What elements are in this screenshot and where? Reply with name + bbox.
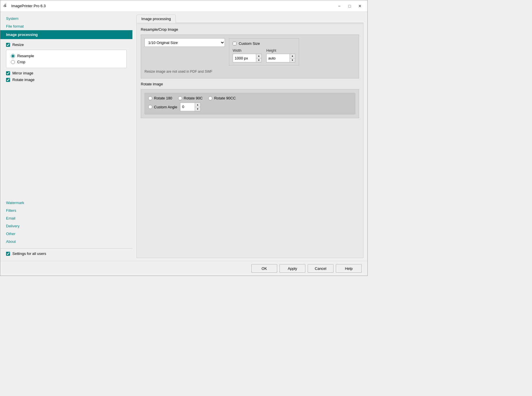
mirror-row: Mirror image <box>0 70 132 76</box>
cancel-button[interactable]: Cancel <box>308 264 334 273</box>
title-bar-left: 🖨 ImagePrinter Pro 6.3 <box>3 3 46 9</box>
title-bar: 🖨 ImagePrinter Pro 6.3 − □ ✕ <box>0 0 367 12</box>
resample-controls-row: 1/10 Original Size 1/8 Original Size 1/4… <box>144 38 355 66</box>
tab-image-processing[interactable]: Image processing <box>136 15 176 23</box>
width-field-group: Width ▲ ▼ <box>233 49 262 62</box>
width-up-button[interactable]: ▲ <box>256 54 261 58</box>
sidebar-item-watermark[interactable]: Watermark <box>0 199 132 207</box>
settings-checkbox[interactable] <box>6 252 10 256</box>
custom-size-box: Custom Size Width ▲ <box>229 38 299 66</box>
resample-crop-inner: 1/10 Original Size 1/8 Original Size 1/4… <box>141 34 359 78</box>
width-spinner: ▲ ▼ <box>233 54 262 62</box>
height-spin-buttons: ▲ ▼ <box>290 54 295 62</box>
resample-row: Resample <box>11 53 122 59</box>
custom-size-label: Custom Size <box>239 41 260 46</box>
rotate90cc-radio[interactable] <box>208 96 212 100</box>
settings-label: Settings for all users <box>12 251 46 256</box>
sidebar-item-other[interactable]: Other <box>0 230 132 238</box>
custom-angle-input[interactable] <box>180 103 195 110</box>
rotate90cc-label: Rotate 90CC <box>214 96 236 100</box>
custom-size-fields: Width ▲ ▼ <box>233 49 295 62</box>
window-controls: − □ ✕ <box>335 2 365 10</box>
height-input[interactable] <box>267 54 290 62</box>
sidebar-item-file-format[interactable]: File format <box>0 22 132 30</box>
close-button[interactable]: ✕ <box>355 2 365 10</box>
ok-button[interactable]: OK <box>251 264 277 273</box>
window-title: ImagePrinter Pro 6.3 <box>11 4 46 8</box>
sidebar: System File format Image processing Resi… <box>0 12 132 261</box>
custom-angle-option: Custom Angle <box>148 105 177 109</box>
sidebar-item-system[interactable]: System <box>0 15 132 22</box>
info-text: Resize image are not used in PDF and SWF <box>144 68 355 75</box>
width-spin-buttons: ▲ ▼ <box>256 54 261 62</box>
crop-radio[interactable] <box>11 60 15 64</box>
custom-angle-radio[interactable] <box>148 105 152 109</box>
height-label: Height <box>266 49 295 53</box>
rotate-label: Rotate image <box>12 78 34 82</box>
minimize-button[interactable]: − <box>335 2 344 10</box>
sidebar-item-delivery[interactable]: Delivery <box>0 222 132 230</box>
size-dropdown[interactable]: 1/10 Original Size 1/8 Original Size 1/4… <box>144 38 225 47</box>
sidebar-item-email[interactable]: Email <box>0 214 132 222</box>
resize-row: Resize <box>0 41 132 48</box>
rotate180-radio[interactable] <box>148 96 152 100</box>
resample-label: Resample <box>17 54 34 58</box>
main-window: 🖨 ImagePrinter Pro 6.3 − □ ✕ System File… <box>0 0 368 276</box>
app-icon: 🖨 <box>3 3 9 9</box>
rotate180-label: Rotate 180 <box>154 96 172 100</box>
rotate-row: Rotate image <box>0 76 132 83</box>
resample-crop-section: Resample/Crop Image 1/10 Original Size 1… <box>141 27 359 78</box>
rotate90cc-option: Rotate 90CC <box>208 96 236 100</box>
rotate90c-radio[interactable] <box>178 96 182 100</box>
resample-crop-title: Resample/Crop Image <box>141 27 359 32</box>
sidebar-item-filters[interactable]: Filters <box>0 207 132 214</box>
angle-down-button[interactable]: ▼ <box>195 107 200 111</box>
rotate-image-section: Rotate image Rotate 180 Rotate 90C <box>141 82 359 118</box>
crop-label: Crop <box>17 60 25 64</box>
resize-checkbox[interactable] <box>6 43 10 47</box>
rotate180-option: Rotate 180 <box>148 96 172 100</box>
resize-label: Resize <box>12 43 24 47</box>
rotate-checkbox[interactable] <box>6 78 10 82</box>
sidebar-bottom-links: Watermark Filters Email Delivery Other A… <box>0 199 132 248</box>
custom-angle-label: Custom Angle <box>154 105 177 109</box>
size-dropdown-container: 1/10 Original Size 1/8 Original Size 1/4… <box>144 38 225 47</box>
help-button[interactable]: Help <box>336 264 362 273</box>
mirror-label: Mirror image <box>12 71 33 75</box>
angle-up-button[interactable]: ▲ <box>195 103 200 107</box>
rotate90c-label: Rotate 90C <box>184 96 203 100</box>
height-field-group: Height ▲ ▼ <box>266 49 295 62</box>
rotate90c-option: Rotate 90C <box>178 96 203 100</box>
tab-bar: Image processing <box>136 15 363 23</box>
width-label: Width <box>233 49 262 53</box>
angle-spin-buttons: ▲ ▼ <box>195 103 200 111</box>
rotate-row1: Rotate 180 Rotate 90C Rotate 90CC <box>148 96 352 100</box>
height-down-button[interactable]: ▼ <box>290 58 295 62</box>
width-input[interactable] <box>233 54 256 62</box>
custom-angle-spinner: ▲ ▼ <box>180 103 201 111</box>
settings-row: Settings for all users <box>0 248 132 258</box>
mirror-checkbox[interactable] <box>6 71 10 75</box>
rotate-section-title: Rotate image <box>141 82 359 86</box>
footer: OK Apply Cancel Help <box>0 261 367 276</box>
crop-row: Crop <box>11 59 122 65</box>
custom-size-header: Custom Size <box>233 41 295 46</box>
sidebar-item-about[interactable]: About <box>0 238 132 245</box>
height-up-button[interactable]: ▲ <box>290 54 295 58</box>
rotate-options: Rotate 180 Rotate 90C Rotate 90CC <box>144 93 355 114</box>
resample-radio[interactable] <box>11 54 15 58</box>
maximize-button[interactable]: □ <box>345 2 354 10</box>
content-area: System File format Image processing Resi… <box>0 12 367 261</box>
custom-size-checkbox[interactable] <box>233 42 236 45</box>
main-panel: Image processing Resample/Crop Image 1/1… <box>132 12 367 261</box>
rotate-row2: Custom Angle ▲ ▼ <box>148 103 352 111</box>
resize-options-group: Resample Crop <box>6 50 127 68</box>
width-down-button[interactable]: ▼ <box>256 58 261 62</box>
height-spinner: ▲ ▼ <box>266 54 295 62</box>
sidebar-item-image-processing[interactable]: Image processing <box>0 30 132 39</box>
apply-button[interactable]: Apply <box>280 264 305 273</box>
tab-content: Resample/Crop Image 1/10 Original Size 1… <box>136 23 363 258</box>
rotate-section-inner: Rotate 180 Rotate 90C Rotate 90CC <box>141 89 359 118</box>
